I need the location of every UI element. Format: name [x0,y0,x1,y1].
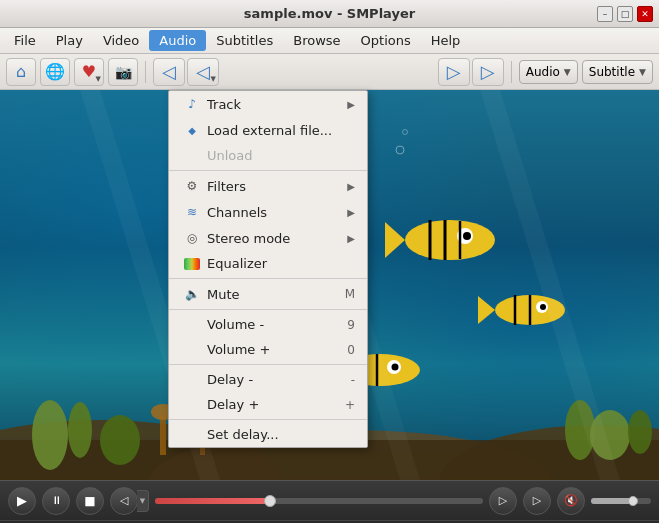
toolbar-sep-2 [511,61,512,83]
filters-label: Filters [207,179,246,194]
mute-button[interactable]: 🔇 [557,487,585,515]
toolbar-heart-btn[interactable]: ♥ ▼ [74,58,104,86]
filters-submenu-arrow: ▶ [347,181,355,192]
svg-point-14 [405,220,495,260]
menu-entry-stereo-mode[interactable]: ◎ Stereo mode ▶ [169,225,367,251]
forward-btn[interactable]: ▷ [438,58,470,86]
toolbar-home-btn[interactable]: ⌂ [6,58,36,86]
menu-entry-set-delay[interactable]: Set delay... [169,422,367,447]
menu-subtitles[interactable]: Subtitles [206,30,283,51]
next-icon: ▷ [499,494,507,507]
audio-track-arrow: ▼ [564,67,571,77]
volume-bar[interactable] [591,498,651,504]
stop-button[interactable]: ■ [76,487,104,515]
next-btn-group: ▷ [489,487,517,515]
controls-bar: ▶ ⏸ ■ ◁ ▼ ▷ ▷ 🔇 [0,480,659,520]
menu-help[interactable]: Help [421,30,471,51]
svg-point-24 [540,304,546,310]
equalizer-icon [184,258,200,270]
pause-button[interactable]: ⏸ [42,487,70,515]
volume-up-label: Volume + [207,342,270,357]
mute-icon-area: 🔈 [181,286,203,302]
filters-icon-area: ⚙ [181,178,203,194]
camera-icon: 📷 [115,64,132,80]
menu-entry-mute[interactable]: 🔈 Mute M [169,281,367,307]
menu-file[interactable]: File [4,30,46,51]
prev-chapter-btn[interactable]: ◁ [153,58,185,86]
volume-fill [591,498,633,504]
prev-icon: ◁ [120,494,128,507]
channels-label: Channels [207,205,267,220]
maximize-button[interactable]: □ [617,6,633,22]
filters-icon: ⚙ [184,178,200,194]
menu-video[interactable]: Video [93,30,149,51]
menu-sep-5 [169,419,367,420]
audio-track-label: Audio [526,65,560,79]
prev-dropdown-btn[interactable]: ▼ [137,490,149,512]
stereo-submenu-arrow: ▶ [347,233,355,244]
track-label: Track [207,97,241,112]
mute-icon: 🔇 [564,494,578,507]
menu-browse[interactable]: Browse [283,30,350,51]
next-button[interactable]: ▷ [489,487,517,515]
delay-minus-label: Delay - [207,372,253,387]
prev-button[interactable]: ◁ [110,487,138,515]
seek-bar[interactable] [155,498,483,504]
subtitle-track-arrow: ▼ [639,67,646,77]
menu-entry-channels[interactable]: ≋ Channels ▶ [169,199,367,225]
menu-entry-track[interactable]: ♪ Track ▶ [169,91,367,117]
menu-entry-delay-plus[interactable]: Delay + + [169,392,367,417]
stop-icon: ■ [84,494,95,508]
skip-buttons: ▷ ▷ [438,58,504,86]
menu-entry-volume-down[interactable]: Volume - 9 [169,312,367,337]
set-delay-label: Set delay... [207,427,279,442]
menu-play[interactable]: Play [46,30,93,51]
toolbar-world-btn[interactable]: 🌐 [40,58,70,86]
close-button[interactable]: ✕ [637,6,653,22]
audio-track-dropdown[interactable]: Audio ▼ [519,60,578,84]
svg-point-45 [403,130,408,135]
menu-sep-1 [169,170,367,171]
toolbar-camera-btn[interactable]: 📷 [108,58,138,86]
play-icon: ▶ [17,493,27,508]
stereo-icon-area: ◎ [181,230,203,246]
heart-icon: ♥ [82,62,96,81]
titlebar: sample.mov - SMPlayer – □ ✕ [0,0,659,28]
menu-audio[interactable]: Audio [149,30,206,51]
prev-btn-group: ◁ ▼ [110,487,149,515]
skip-forward-button[interactable]: ▷ [523,487,551,515]
menu-entry-filters[interactable]: ⚙ Filters ▶ [169,173,367,199]
volume-down-label: Volume - [207,317,264,332]
menu-entry-equalizer[interactable]: Equalizer [169,251,367,276]
menu-sep-4 [169,364,367,365]
home-icon: ⌂ [16,62,26,81]
delay-minus-shortcut: - [351,373,355,387]
volume-up-shortcut: 0 [347,343,355,357]
toolbar: ⌂ 🌐 ♥ ▼ 📷 ◁ ◁▼ ▷ ▷ Audio ▼ Subtitle ▼ [0,54,659,90]
delay-plus-label: Delay + [207,397,259,412]
volume-handle [628,496,638,506]
rewind-btn[interactable]: ◁▼ [187,58,219,86]
subtitle-track-dropdown[interactable]: Subtitle ▼ [582,60,653,84]
stereo-icon: ◎ [184,230,200,246]
speaker-icon: 🔈 [184,286,200,302]
load-icon: ◆ [184,122,200,138]
svg-point-39 [392,364,399,371]
menu-entry-delay-minus[interactable]: Delay - - [169,367,367,392]
equalizer-label: Equalizer [207,256,267,271]
unload-label: Unload [207,148,253,163]
delay-plus-shortcut: + [345,398,355,412]
window-controls: – □ ✕ [597,6,653,22]
volume-down-shortcut: 9 [347,318,355,332]
menu-entry-volume-up[interactable]: Volume + 0 [169,337,367,362]
rewind-arrow: ▼ [211,75,216,83]
seek-fill [155,498,270,504]
world-icon: 🌐 [45,62,65,81]
next-chapter-btn[interactable]: ▷ [472,58,504,86]
menu-options[interactable]: Options [351,30,421,51]
play-button[interactable]: ▶ [8,487,36,515]
svg-marker-48 [480,90,620,480]
menu-entry-load-external[interactable]: ◆ Load external file... [169,117,367,143]
minimize-button[interactable]: – [597,6,613,22]
channels-icon: ≋ [184,204,200,220]
